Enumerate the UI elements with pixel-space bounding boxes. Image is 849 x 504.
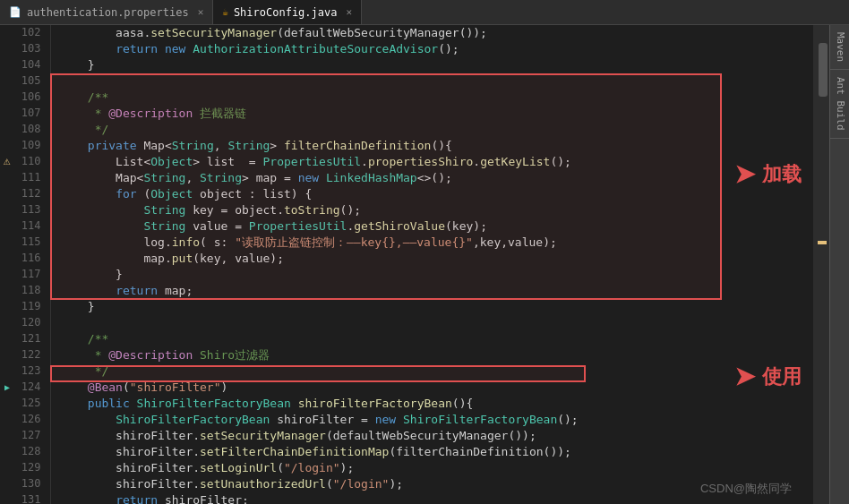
scroll-thumb[interactable] — [819, 43, 828, 97]
line-gutter — [0, 315, 14, 331]
line-code[interactable]: shiroFilter.setSecurityManager(defaultWe… — [50, 428, 813, 444]
line-code[interactable]: /** — [50, 331, 813, 347]
line-code[interactable]: } — [50, 299, 813, 315]
line-code[interactable]: */ — [50, 122, 813, 138]
table-row: 111 Map<String, String> map = new Linked… — [0, 170, 813, 186]
line-number: 131 — [14, 492, 50, 504]
table-row: 118 return map; — [0, 283, 813, 299]
tab-shiro[interactable]: ☕ ShiroConfig.java ✕ — [213, 0, 362, 24]
tab-shiro-close[interactable]: ✕ — [346, 6, 352, 18]
line-code[interactable]: List<Object> list = PropertiesUtil.prope… — [50, 154, 813, 170]
line-number: 117 — [14, 267, 50, 283]
line-gutter — [0, 363, 14, 380]
line-code[interactable]: Map<String, String> map = new LinkedHash… — [50, 170, 813, 186]
line-code[interactable]: map.put(key, value); — [50, 251, 813, 267]
line-code[interactable]: aasa.setSecurityManager(defaultWebSecuri… — [50, 25, 813, 41]
line-number: 113 — [14, 202, 50, 218]
main-area: 102 aasa.setSecurityManager(defaultWebSe… — [0, 25, 849, 504]
line-number: 107 — [14, 106, 50, 122]
line-code[interactable]: log.info( s: "读取防止盗链控制：——key{},——value{}… — [50, 235, 813, 251]
bottom-arrow-label: ➤ 使用 — [734, 362, 802, 391]
table-row: 117 } — [0, 267, 813, 283]
table-row: 121 /** — [0, 331, 813, 347]
line-code[interactable]: public ShiroFilterFactoryBean shiroFilte… — [50, 396, 813, 412]
line-number: 119 — [14, 299, 50, 315]
line-number: 129 — [14, 460, 50, 476]
table-row: 130 shiroFilter.setUnauthorizedUrl("/log… — [0, 476, 813, 492]
code-area[interactable]: 102 aasa.setSecurityManager(defaultWebSe… — [0, 25, 813, 504]
table-row: 122 * @Description Shiro过滤器 — [0, 347, 813, 363]
line-code[interactable]: ShiroFilterFactoryBean shiroFilter = new… — [50, 412, 813, 428]
line-gutter — [0, 299, 14, 315]
line-gutter — [0, 396, 14, 412]
line-code[interactable]: return new AuthorizationAttributeSourceA… — [50, 41, 813, 57]
line-code[interactable] — [50, 315, 813, 331]
table-row: 123 */ — [0, 363, 813, 380]
line-number: 118 — [14, 283, 50, 299]
line-number: 110 — [14, 154, 50, 170]
line-number: 122 — [14, 347, 50, 363]
tab-auth[interactable]: 📄 authentication.properties ✕ — [0, 0, 213, 24]
table-row: ▶124 @Bean("shiroFilter") — [0, 380, 813, 396]
line-number: 106 — [14, 90, 50, 106]
props-file-icon: 📄 — [9, 6, 21, 18]
line-code[interactable]: /** — [50, 90, 813, 106]
line-gutter — [0, 412, 14, 428]
line-gutter — [0, 25, 14, 41]
table-row: 105 — [0, 73, 813, 90]
line-code[interactable]: } — [50, 267, 813, 283]
table-row: 127 shiroFilter.setSecurityManager(defau… — [0, 428, 813, 444]
line-gutter — [0, 283, 14, 299]
line-code[interactable] — [50, 73, 813, 90]
line-code[interactable]: * @Description Shiro过滤器 — [50, 347, 813, 363]
table-row: 125 public ShiroFilterFactoryBean shiroF… — [0, 396, 813, 412]
table-row: 106 /** — [0, 90, 813, 106]
scrollbar[interactable] — [813, 25, 829, 504]
line-gutter — [0, 460, 14, 476]
top-box-label: 加载 — [762, 161, 802, 188]
line-code[interactable]: * @Description 拦截器链 — [50, 106, 813, 122]
scroll-warning-marker — [818, 241, 827, 244]
line-gutter — [0, 57, 14, 73]
line-gutter — [0, 331, 14, 347]
line-code[interactable]: @Bean("shiroFilter") — [50, 380, 813, 396]
line-gutter: ⚠ — [0, 154, 14, 170]
line-code[interactable]: } — [50, 57, 813, 73]
line-code[interactable]: return map; — [50, 283, 813, 299]
top-arrow-label: ➤ 加载 — [734, 159, 802, 189]
line-code[interactable]: return shiroFilter; — [50, 492, 813, 504]
line-gutter — [0, 428, 14, 444]
table-row: 103 return new AuthorizationAttributeSou… — [0, 41, 813, 57]
line-code[interactable]: private Map<String, String> filterChainD… — [50, 138, 813, 154]
table-row: 107 * @Description 拦截器链 — [0, 106, 813, 122]
line-code[interactable]: shiroFilter.setUnauthorizedUrl("/login")… — [50, 476, 813, 492]
scroll-panel — [813, 25, 829, 504]
tab-auth-close[interactable]: ✕ — [198, 6, 204, 18]
table-row: 104 } — [0, 57, 813, 73]
line-code[interactable]: for (Object object : list) { — [50, 186, 813, 202]
line-gutter — [0, 170, 14, 186]
tab-shiro-label: ShiroConfig.java — [234, 6, 338, 19]
line-number: 112 — [14, 186, 50, 202]
line-code[interactable]: shiroFilter.setFilterChainDefinitionMap(… — [50, 444, 813, 460]
line-code[interactable]: String key = object.toString(); — [50, 202, 813, 218]
line-number: 103 — [14, 41, 50, 57]
table-row: ⚠110 List<Object> list = PropertiesUtil.… — [0, 154, 813, 170]
maven-tool[interactable]: Maven — [830, 25, 849, 70]
line-gutter: ▶ — [0, 380, 14, 396]
line-code[interactable]: String value = PropertiesUtil.getShiroVa… — [50, 218, 813, 235]
line-number: 121 — [14, 331, 50, 347]
ant-build-tool[interactable]: Ant Build — [830, 70, 849, 139]
bottom-arrow-icon: ➤ — [734, 362, 755, 391]
line-gutter — [0, 492, 14, 504]
table-row: 116 map.put(key, value); — [0, 251, 813, 267]
line-code[interactable]: */ — [50, 363, 813, 380]
bottom-box-label: 使用 — [762, 363, 802, 390]
line-gutter — [0, 122, 14, 138]
table-row: 113 String key = object.toString(); — [0, 202, 813, 218]
line-number: 130 — [14, 476, 50, 492]
table-row: 128 shiroFilter.setFilterChainDefinition… — [0, 444, 813, 460]
line-code[interactable]: shiroFilter.setLoginUrl("/login"); — [50, 460, 813, 476]
line-number: 127 — [14, 428, 50, 444]
table-row: 126 ShiroFilterFactoryBean shiroFilter =… — [0, 412, 813, 428]
